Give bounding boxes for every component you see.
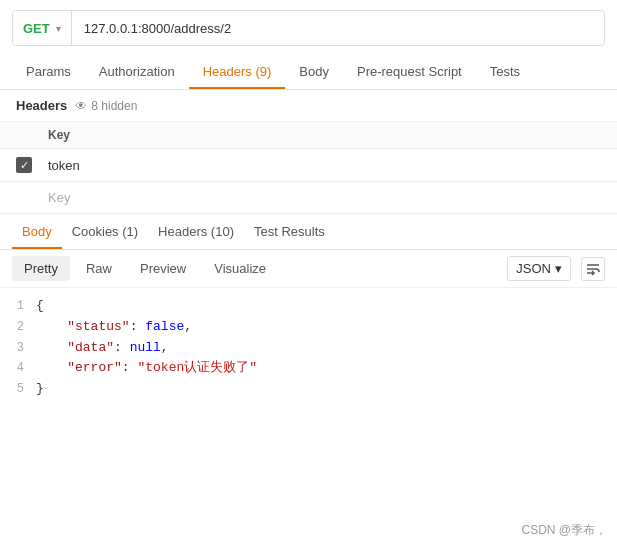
headers-section-header: Headers 👁 8 hidden xyxy=(0,90,617,122)
resp-pretty[interactable]: Pretty xyxy=(12,256,70,281)
json-key-status: "status" xyxy=(67,319,129,334)
tab-headers[interactable]: Headers (9) xyxy=(189,56,286,89)
tab-test-results[interactable]: Test Results xyxy=(244,216,335,249)
method-dropdown[interactable]: GET ▾ xyxy=(13,11,72,45)
tab-params[interactable]: Params xyxy=(12,56,85,89)
tab-response-body[interactable]: Body xyxy=(12,216,62,249)
json-brace-close: } xyxy=(36,381,44,396)
checkbox-token[interactable]: ✓ xyxy=(16,157,36,173)
url-bar: GET ▾ xyxy=(12,10,605,46)
headers-table: Key ✓ token Key xyxy=(0,122,617,214)
tab-prerequest[interactable]: Pre-request Script xyxy=(343,56,476,89)
key-token[interactable]: token xyxy=(48,158,80,173)
line-number: 3 xyxy=(8,338,36,358)
code-panel: 1 { 2 "status": false, 3 "data": null, 4… xyxy=(0,288,617,408)
format-label: JSON xyxy=(516,261,551,276)
tab-response-headers[interactable]: Headers (10) xyxy=(148,216,244,249)
url-input[interactable] xyxy=(72,21,604,36)
tab-cookies[interactable]: Cookies (1) xyxy=(62,216,148,249)
tab-authorization[interactable]: Authorization xyxy=(85,56,189,89)
line-number: 1 xyxy=(8,296,36,316)
tab-body[interactable]: Body xyxy=(285,56,343,89)
line-number: 2 xyxy=(8,317,36,337)
request-tabs: Params Authorization Headers (9) Body Pr… xyxy=(0,56,617,90)
tab-tests[interactable]: Tests xyxy=(476,56,534,89)
resp-raw[interactable]: Raw xyxy=(74,256,124,281)
wrap-icon[interactable] xyxy=(581,257,605,281)
code-line-5: 5 } xyxy=(0,379,617,400)
hidden-count: 8 hidden xyxy=(91,99,137,113)
format-dropdown[interactable]: JSON ▾ xyxy=(507,256,571,281)
json-value-status: false xyxy=(145,319,184,334)
json-value-data: null xyxy=(130,340,161,355)
headers-title: Headers xyxy=(16,98,67,113)
response-tabs: Body Cookies (1) Headers (10) Test Resul… xyxy=(0,216,617,250)
table-row-empty: Key xyxy=(0,182,617,214)
key-empty[interactable]: Key xyxy=(48,190,70,205)
method-label: GET xyxy=(23,21,50,36)
code-line-2: 2 "status": false, xyxy=(0,317,617,338)
code-line-3: 3 "data": null, xyxy=(0,338,617,359)
response-toolbar: Pretty Raw Preview Visualize JSON ▾ xyxy=(0,250,617,288)
code-line-1: 1 { xyxy=(0,296,617,317)
chevron-down-icon: ▾ xyxy=(56,23,61,34)
code-line-4: 4 "error": "token认证失败了" xyxy=(0,358,617,379)
hidden-badge: 👁 8 hidden xyxy=(75,99,137,113)
line-number: 5 xyxy=(8,379,36,399)
resp-preview[interactable]: Preview xyxy=(128,256,198,281)
check-icon: ✓ xyxy=(20,160,29,171)
line-number: 4 xyxy=(8,358,36,378)
json-value-error: "token认证失败了" xyxy=(137,360,257,375)
json-key-data: "data" xyxy=(67,340,114,355)
table-row: ✓ token xyxy=(0,149,617,182)
col-header-key: Key xyxy=(0,122,617,149)
chevron-down-icon: ▾ xyxy=(555,261,562,276)
json-key-error: "error" xyxy=(67,360,122,375)
eye-icon: 👁 xyxy=(75,99,87,113)
json-brace: { xyxy=(36,298,44,313)
watermark: CSDN @季布， xyxy=(521,522,607,539)
resp-visualize[interactable]: Visualize xyxy=(202,256,278,281)
